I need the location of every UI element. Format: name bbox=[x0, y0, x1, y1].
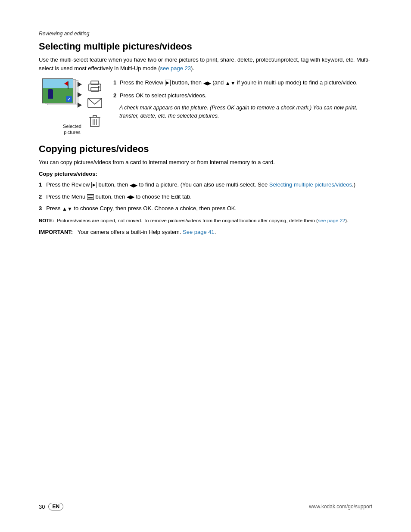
section2-title: Copying pictures/videos bbox=[39, 143, 372, 155]
section1-content: ✓ bbox=[39, 78, 372, 136]
lr-arrows-icon3: ◀▶ bbox=[127, 193, 134, 201]
copy-steps: 1 Press the Review ▶ button, then ◀▶ to … bbox=[39, 180, 372, 213]
copy-step3-text: Press ▲▼ to choose Copy, then press OK. … bbox=[46, 204, 237, 213]
ud-arrows-icon: ▲▼ bbox=[225, 79, 236, 87]
golf-flag bbox=[68, 81, 68, 89]
section-divider bbox=[39, 26, 372, 26]
photo-front: ✓ bbox=[42, 78, 73, 103]
steps-section1: 1 Press the Review ▶ button, then ◀▶ (an… bbox=[113, 78, 372, 120]
step2: 2 Press OK to select pictures/videos. bbox=[113, 91, 372, 100]
page-footer: 30 EN www.kodak.com/go/support bbox=[39, 503, 372, 510]
arrow-icon-2 bbox=[78, 92, 82, 97]
svg-point-3 bbox=[98, 86, 100, 88]
step2-text: Press OK to select pictures/videos. bbox=[120, 92, 207, 99]
section2-subheading: Copy pictures/videos: bbox=[39, 171, 372, 177]
copy-step3: 3 Press ▲▼ to choose Copy, then press OK… bbox=[39, 204, 372, 213]
illustration-images: ✓ bbox=[42, 78, 103, 121]
page22-link[interactable]: see page 22 bbox=[318, 218, 345, 223]
copy-step3-num: 3 bbox=[39, 204, 42, 213]
printer-icon bbox=[87, 80, 103, 92]
footer-website: www.kodak.com/go/support bbox=[309, 504, 372, 510]
page-number: 30 bbox=[39, 504, 45, 510]
ud-arrows-icon2: ▲▼ bbox=[62, 205, 72, 213]
copy-step1-num: 1 bbox=[39, 180, 42, 189]
copy-step2-text: Press the Menu button, then ◀▶ to choose… bbox=[46, 193, 192, 201]
arrows-icons bbox=[78, 82, 82, 108]
section1-intro: Use the multi-select feature when you ha… bbox=[39, 56, 372, 72]
review-button-icon: ▶ bbox=[165, 80, 171, 86]
golf-flag-pennant bbox=[64, 81, 68, 86]
copy-step2-num: 2 bbox=[39, 193, 42, 201]
page41-link[interactable]: See page 41 bbox=[183, 229, 215, 235]
note-text: Pictures/videos are copied, not moved. T… bbox=[56, 218, 348, 223]
lr-arrows-icon: ◀▶ bbox=[203, 79, 211, 87]
important-text: Your camera offers a built-in Help syste… bbox=[75, 229, 216, 235]
step2-num: 2 bbox=[113, 92, 116, 99]
lr-arrows-icon2: ◀▶ bbox=[130, 181, 137, 189]
step1-text: Press the Review ▶ button, then ◀▶ (and … bbox=[120, 79, 358, 86]
page: Reviewing and editing Selecting multiple… bbox=[0, 0, 411, 532]
mail-icon bbox=[87, 97, 103, 109]
golf-figure bbox=[48, 89, 53, 99]
icons-right bbox=[87, 80, 103, 128]
step1: 1 Press the Review ▶ button, then ◀▶ (an… bbox=[113, 78, 372, 87]
illustration-caption: Selectedpictures bbox=[63, 123, 81, 136]
page23-link[interactable]: see page 23 bbox=[160, 65, 191, 72]
section1-title: Selecting multiple pictures/videos bbox=[39, 41, 372, 52]
illustration: ✓ bbox=[39, 78, 106, 136]
copy-step2: 2 Press the Menu button, then ◀▶ to choo… bbox=[39, 193, 372, 201]
trash-icon bbox=[89, 114, 101, 128]
multi-select-link[interactable]: Selecting multiple pictures/videos bbox=[269, 181, 352, 188]
italic-note: A check mark appears on the picture. (Pr… bbox=[119, 104, 372, 120]
language-badge: EN bbox=[48, 503, 63, 510]
checkmark-badge: ✓ bbox=[66, 96, 72, 102]
arrow-icon-1 bbox=[78, 82, 82, 87]
section-meta: Reviewing and editing bbox=[39, 29, 372, 37]
note-block: NOTE: Pictures/videos are copied, not mo… bbox=[39, 217, 372, 224]
important-label: IMPORTANT: bbox=[39, 229, 73, 235]
note-label: NOTE: bbox=[39, 218, 54, 223]
photo-inner: ✓ bbox=[43, 79, 73, 103]
copy-step1: 1 Press the Review ▶ button, then ◀▶ to … bbox=[39, 180, 372, 189]
footer-left: 30 EN bbox=[39, 503, 63, 510]
menu-button-icon bbox=[87, 194, 94, 200]
review-button-icon2: ▶ bbox=[91, 182, 97, 188]
arrow-icon-3 bbox=[78, 103, 82, 108]
copy-step1-text: Press the Review ▶ button, then ◀▶ to fi… bbox=[46, 180, 355, 189]
important-block: IMPORTANT: Your camera offers a built-in… bbox=[39, 228, 372, 236]
section2-intro: You can copy pictures/videos from a card… bbox=[39, 158, 372, 167]
step1-num: 1 bbox=[113, 79, 116, 86]
